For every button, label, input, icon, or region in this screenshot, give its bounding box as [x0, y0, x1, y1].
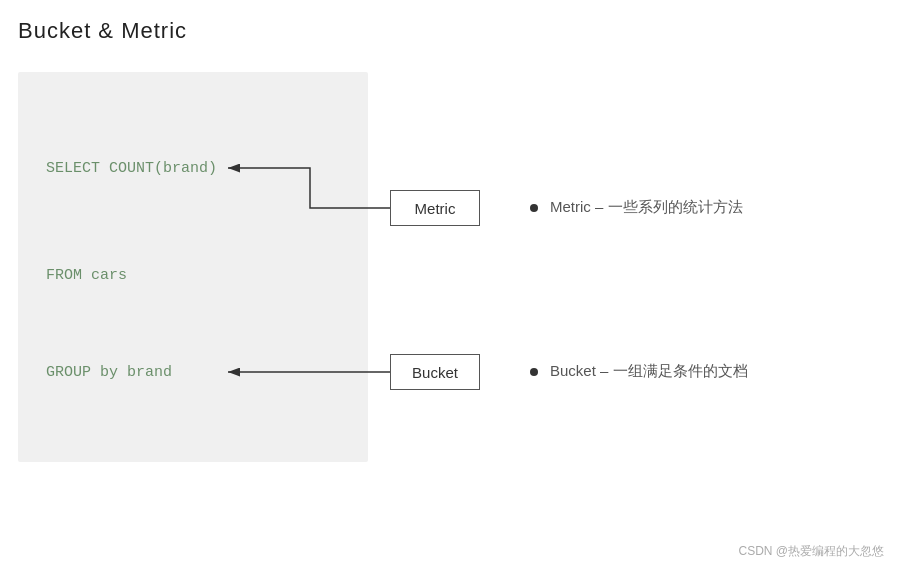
watermark: CSDN @热爱编程的大忽悠 — [738, 543, 884, 560]
page-title: Bucket & Metric — [18, 18, 187, 44]
sql-from-line: FROM cars — [46, 267, 127, 284]
bucket-bullet — [530, 368, 538, 376]
sql-select-line: SELECT COUNT(brand) — [46, 160, 217, 177]
metric-box-label: Metric — [415, 200, 456, 217]
sql-panel: SELECT COUNT(brand) FROM cars GROUP by b… — [18, 72, 368, 462]
bucket-box: Bucket — [390, 354, 480, 390]
metric-box: Metric — [390, 190, 480, 226]
metric-description-text: Metric – 一些系列的统计方法 — [550, 198, 743, 217]
bucket-description: Bucket – 一组满足条件的文档 — [530, 362, 748, 381]
metric-bullet — [530, 204, 538, 212]
sql-group-line: GROUP by brand — [46, 364, 172, 381]
metric-description: Metric – 一些系列的统计方法 — [530, 198, 743, 217]
bucket-description-text: Bucket – 一组满足条件的文档 — [550, 362, 748, 381]
bucket-box-label: Bucket — [412, 364, 458, 381]
